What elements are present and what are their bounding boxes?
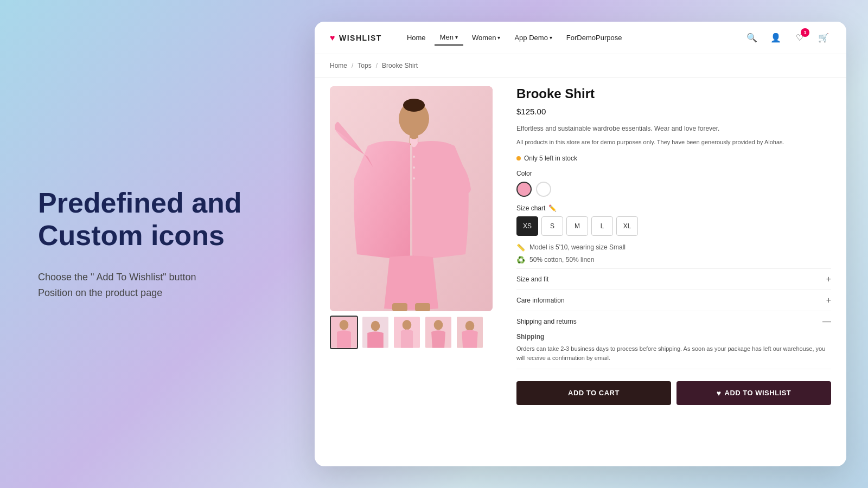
product-description: Effortless and sustainable wardrobe esse… xyxy=(516,124,831,133)
logo: ♥ WISHLIST xyxy=(330,33,382,43)
minus-icon: — xyxy=(822,317,831,326)
svg-point-19 xyxy=(465,321,475,331)
hero-subtext-line1: Choose the " Add To Wishlist" button xyxy=(38,272,196,282)
breadcrumb-tops[interactable]: Tops xyxy=(358,62,371,69)
size-xl[interactable]: XL xyxy=(616,216,638,236)
size-xs[interactable]: XS xyxy=(516,216,538,236)
nav-for-demo[interactable]: ForDemoPurpose xyxy=(561,30,628,45)
svg-point-2 xyxy=(403,99,425,112)
svg-point-11 xyxy=(340,320,349,330)
product-details: Brooke Shirt $125.00 Effortless and sust… xyxy=(503,86,831,405)
svg-point-17 xyxy=(434,320,443,330)
search-button[interactable]: 🔍 xyxy=(744,30,760,46)
accordion: Size and fit + Care information + xyxy=(516,268,831,369)
plus-icon: + xyxy=(826,274,831,284)
breadcrumb-sep-1: / xyxy=(352,62,353,69)
nav-home[interactable]: Home xyxy=(401,30,431,45)
breadcrumb: Home / Tops / Brooke Shirt xyxy=(315,54,846,78)
accordion-shipping-header[interactable]: Shipping and returns — xyxy=(516,311,831,332)
product-layout: Brooke Shirt $125.00 Effortless and sust… xyxy=(315,78,846,414)
svg-point-13 xyxy=(371,321,380,331)
thumb-5[interactable] xyxy=(456,316,484,349)
user-icon: 👤 xyxy=(770,33,781,43)
page-content: Home / Tops / Brooke Shirt xyxy=(315,54,846,466)
shipping-text: Orders can take 2-3 business days to pro… xyxy=(516,344,831,363)
accordion-shipping-body: Shipping Orders can take 2-3 business da… xyxy=(516,332,831,369)
product-title: Brooke Shirt xyxy=(516,86,831,101)
cart-icon: 🛒 xyxy=(818,33,829,43)
main-product-image xyxy=(330,86,493,311)
wishlist-badge: 1 xyxy=(801,28,809,37)
cart-button[interactable]: 🛒 xyxy=(816,30,831,46)
hero-subtext-line2: Position on the product page xyxy=(38,287,162,298)
thumb-4[interactable] xyxy=(424,316,452,349)
accordion-shipping: Shipping and returns — Shipping Orders c… xyxy=(516,311,831,369)
stock-badge: Only 5 left in stock xyxy=(516,155,831,162)
svg-point-7 xyxy=(413,156,415,158)
search-icon: 🔍 xyxy=(746,33,757,43)
chevron-down-icon: ▾ xyxy=(550,35,552,41)
add-to-wishlist-label: ADD TO WISHLIST xyxy=(725,389,792,397)
size-m[interactable]: M xyxy=(566,216,588,236)
thumb-3[interactable] xyxy=(393,316,421,349)
breadcrumb-home[interactable]: Home xyxy=(330,62,347,69)
left-panel: Predefined and Custom icons Choose the "… xyxy=(0,155,315,333)
shipping-title: Shipping xyxy=(516,332,831,342)
svg-point-9 xyxy=(413,177,415,179)
heart-icon: ♥ xyxy=(717,389,722,397)
plus-icon: + xyxy=(826,296,831,305)
thumb-2[interactable] xyxy=(361,316,390,349)
stock-text: Only 5 left in stock xyxy=(524,155,577,162)
outer-container: Predefined and Custom icons Choose the "… xyxy=(0,0,868,488)
size-s[interactable]: S xyxy=(541,216,563,236)
size-chart-label: Size chart xyxy=(516,204,545,212)
logo-text: WISHLIST xyxy=(339,34,382,42)
accordion-size-fit-label: Size and fit xyxy=(516,275,548,283)
ruler-icon: 📏 xyxy=(516,243,525,252)
svg-rect-5 xyxy=(392,303,407,311)
color-label: Color xyxy=(516,170,831,177)
breadcrumb-sep-2: / xyxy=(376,62,378,69)
accordion-size-fit-header[interactable]: Size and fit + xyxy=(516,269,831,290)
svg-rect-6 xyxy=(415,303,430,311)
material-text: 50% cotton, 50% linen xyxy=(529,256,594,264)
chevron-down-icon: ▾ xyxy=(497,35,500,41)
add-to-cart-button[interactable]: ADD TO CART xyxy=(516,381,671,405)
logo-heart-icon: ♥ xyxy=(330,33,336,43)
model-info: Model is 5'10, wearing size Small xyxy=(529,243,626,251)
model-info-row: 📏 Model is 5'10, wearing size Small xyxy=(516,243,831,252)
action-buttons: ADD TO CART ♥ ADD TO WISHLIST xyxy=(516,377,831,405)
thumb-1[interactable] xyxy=(330,316,358,349)
accordion-size-fit: Size and fit + xyxy=(516,269,831,290)
accordion-shipping-label: Shipping and returns xyxy=(516,318,577,325)
thumbnail-row xyxy=(330,316,503,349)
material-row: ♻️ 50% cotton, 50% linen xyxy=(516,256,831,264)
gallery-section xyxy=(330,86,503,349)
svg-point-15 xyxy=(403,320,412,330)
size-l[interactable]: L xyxy=(591,216,613,236)
nav-app-demo[interactable]: App Demo ▾ xyxy=(509,30,557,45)
accordion-care: Care information + xyxy=(516,290,831,311)
accordion-care-header[interactable]: Care information + xyxy=(516,290,831,311)
nav-icons: 🔍 👤 ♡ 1 🛒 xyxy=(744,30,831,46)
product-image-svg xyxy=(330,86,493,311)
breadcrumb-current: Brooke Shirt xyxy=(382,62,418,69)
browser-window: ♥ WISHLIST Home Men ▾ Women ▾ App Demo ▾ xyxy=(315,22,846,466)
color-white[interactable] xyxy=(536,182,551,197)
product-note: All products in this store are for demo … xyxy=(516,138,831,147)
leaf-icon: ♻️ xyxy=(516,256,525,264)
hero-subtext: Choose the " Add To Wishlist" button Pos… xyxy=(38,269,277,301)
nav-men[interactable]: Men ▾ xyxy=(435,30,463,46)
chevron-down-icon: ▾ xyxy=(455,34,458,40)
color-pink[interactable] xyxy=(516,182,532,197)
hero-heading: Predefined and Custom icons xyxy=(38,187,277,252)
color-options xyxy=(516,182,831,197)
svg-point-8 xyxy=(413,166,415,169)
add-to-wishlist-button[interactable]: ♥ ADD TO WISHLIST xyxy=(676,381,831,405)
ruler-icon[interactable]: ✏️ xyxy=(548,204,557,212)
wishlist-nav-button[interactable]: ♡ 1 xyxy=(792,30,807,46)
size-options: XS S M L XL xyxy=(516,216,831,236)
nav-women[interactable]: Women ▾ xyxy=(467,30,506,45)
accordion-care-label: Care information xyxy=(516,297,565,304)
account-button[interactable]: 👤 xyxy=(768,30,783,46)
